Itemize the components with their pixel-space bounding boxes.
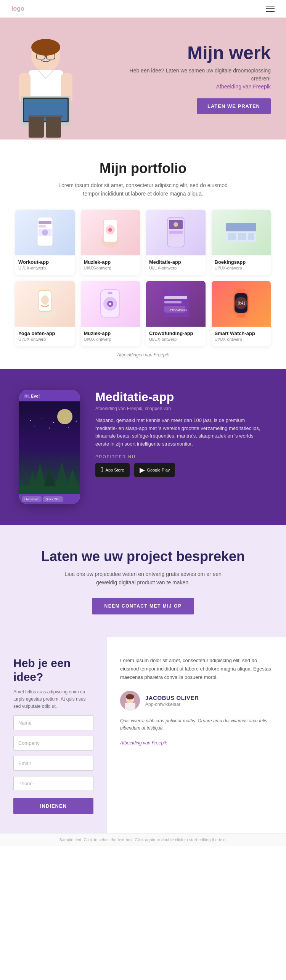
email-input[interactable] [13, 756, 93, 771]
profiteer-label: PROFITEER NU [95, 454, 267, 459]
svg-rect-52 [236, 314, 246, 318]
svg-rect-70 [125, 703, 135, 711]
phone-greeting: Hi, Eve! [24, 394, 75, 398]
card-name: Muziek-app [84, 259, 137, 265]
card-name: Meditatie-app [149, 259, 202, 265]
author-role: App-ontwikkelaar [145, 702, 199, 707]
hamburger-menu[interactable] [266, 6, 275, 12]
portfolio-card[interactable]: Muziek-app UI/UX-ontwerp [81, 281, 140, 346]
card-image [146, 210, 206, 255]
author-avatar-svg [120, 691, 140, 711]
form-group-phone [13, 776, 93, 791]
svg-rect-43 [164, 296, 187, 299]
svg-point-63 [76, 420, 77, 422]
author-name: JACOBUS OLIVER [145, 695, 199, 701]
portfolio-grid: Workout-app UI/UX-ontwerp Muziek-app UI/… [15, 210, 271, 346]
card-name: Muziek-app [84, 330, 137, 336]
card-label: Muziek-app UI/UX-ontwerp [81, 327, 140, 346]
svg-point-62 [64, 419, 65, 420]
svg-point-64 [34, 426, 35, 427]
card-name: Boekingsapp [215, 259, 268, 265]
contact-right: Lorem ipsum dolor sit amet, consectetur … [107, 637, 286, 834]
svg-rect-42 [162, 290, 189, 317]
card-label: Crowdfunding-app UI/UX-ontwerp [146, 327, 206, 346]
svg-rect-17 [39, 225, 46, 228]
google-play-button[interactable]: ▶ Google Play [134, 463, 175, 477]
phone-forest-svg [19, 441, 80, 494]
card-type: UI/UX-ontwerp [215, 337, 268, 342]
svg-point-40 [109, 303, 111, 305]
store-buttons:  App Store ▶ Google Play [95, 463, 267, 477]
svg-rect-32 [238, 233, 246, 240]
meditation-title: Meditatie-app [95, 390, 267, 404]
contact-left-title: Heb je een idee? [13, 656, 93, 684]
svg-rect-47 [236, 289, 246, 292]
phone-chip-1: Livestream [22, 496, 42, 502]
logo: logo [11, 5, 24, 12]
card-type: UI/UX-ontwerp [18, 266, 72, 270]
svg-rect-13 [29, 117, 44, 138]
card-label: Boekingsapp UI/UX-ontwerp [212, 255, 271, 275]
meditation-description: Nispand, gemaaki met kennis van meer dan… [95, 417, 267, 448]
card-label: Workout-app UI/UX-ontwerp [15, 255, 75, 275]
svg-point-65 [49, 427, 50, 428]
svg-point-61 [53, 422, 54, 423]
hero-content: Mijn werk Heb een idee? Laten we samen u… [126, 43, 271, 114]
submit-button[interactable]: INDIENEN [13, 798, 93, 814]
portfolio-description: Lorem ipsum dolor sit amet, consectetur … [55, 181, 231, 198]
card-image: PROGRESS [146, 281, 206, 327]
phone-input[interactable] [13, 776, 93, 791]
phone-body [19, 401, 80, 494]
svg-rect-30 [226, 223, 256, 231]
meditation-phone: Hi, Eve! [19, 390, 80, 504]
portfolio-card[interactable]: Muziek-app UI/UX-ontwerp [81, 210, 140, 275]
contact-left: Heb je een idee? Amet tellus cras adipis… [0, 637, 107, 834]
meditation-content: Meditatie-app Afbeelding van Freepik, kn… [95, 390, 267, 477]
hero-freepik-link[interactable]: Afbeelding van Freepik [216, 83, 271, 90]
google-play-label: Google Play [147, 468, 170, 472]
card-type: UI/UX-ontwerp [149, 266, 202, 270]
card-image [15, 281, 75, 327]
svg-point-59 [30, 420, 31, 421]
portfolio-card[interactable]: Boekingsapp UI/UX-ontwerp [212, 210, 271, 275]
portfolio-card[interactable]: 9:41 Smart Watch-app UI/UX-ontwerp [212, 281, 271, 346]
author-info: JACOBUS OLIVER App-ontwikkelaar [145, 695, 199, 707]
portfolio-card[interactable]: Meditatie-app UI/UX-ontwerp [146, 210, 206, 275]
form-group-company [13, 736, 93, 751]
contact-section: Heb je een idee? Amet tellus cras adipis… [0, 637, 286, 834]
hero-cta-button[interactable]: LATEN WE PRATEN [197, 98, 271, 114]
card-label: Meditatie-app UI/UX-ontwerp [146, 255, 206, 275]
project-section: Laten we uw project bespreken Laat ons u… [0, 525, 286, 637]
card-label: Smart Watch-app UI/UX-ontwerp [212, 327, 271, 346]
phone-chip-2: Quick Start [43, 496, 63, 502]
contact-left-description: Amet tellus cras adipiscing enim eu turp… [13, 688, 93, 711]
freepik-link[interactable]: Afbeelding van Freepik [120, 740, 167, 746]
card-name: Workout-app [18, 259, 72, 265]
card-image [15, 210, 75, 255]
play-icon: ▶ [140, 466, 145, 474]
app-store-button[interactable]:  App Store [95, 463, 130, 477]
project-cta-button[interactable]: NEEM CONTACT MET MIJ OP [92, 598, 194, 614]
card-name: Crowdfunding-app [149, 330, 202, 336]
apple-icon:  [101, 466, 103, 474]
svg-point-66 [68, 427, 69, 428]
phone-bottom: Livestream Quick Start [19, 494, 80, 504]
svg-point-69 [126, 694, 134, 699]
card-type: UI/UX-ontwerp [84, 337, 137, 342]
company-input[interactable] [13, 736, 93, 751]
portfolio-card[interactable]: PROGRESS Crowdfunding-app UI/UX-ontwerp [146, 281, 206, 346]
name-input[interactable] [13, 715, 93, 730]
meditation-subtitle: Afbeelding van Freepik, knoppen van [95, 406, 267, 411]
project-description: Laat ons uw projectidee weten en ontvang… [57, 570, 229, 587]
card-image [81, 210, 140, 255]
contact-right-description: Lorem ipsum dolor sit amet, consectetur … [120, 656, 273, 682]
svg-rect-58 [19, 486, 80, 494]
portfolio-card[interactable]: Yoga oefen-app UI/UX-ontwerp [15, 281, 75, 346]
svg-rect-27 [169, 231, 183, 234]
phone-stars-svg [23, 417, 80, 439]
svg-text:9:41: 9:41 [238, 301, 246, 305]
svg-rect-31 [228, 233, 236, 240]
app-store-label: App Store [106, 468, 124, 472]
svg-point-19 [42, 229, 48, 236]
portfolio-card[interactable]: Workout-app UI/UX-ontwerp [15, 210, 75, 275]
